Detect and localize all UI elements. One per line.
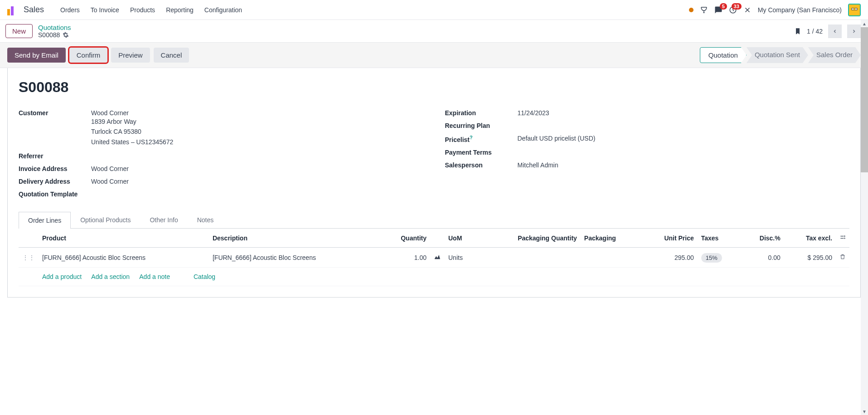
messages-icon[interactable]: 5 <box>714 6 723 14</box>
pager-next-button[interactable] <box>847 24 861 38</box>
vertical-scrollbar[interactable]: ▲ ▼ <box>861 20 868 305</box>
cell-tax-excl: $ 295.00 <box>784 248 836 268</box>
invoice-address-label: Invoice Address <box>19 165 91 172</box>
cell-packaging[interactable] <box>581 248 641 268</box>
record-title: S00088 <box>19 79 849 96</box>
phone-icon[interactable] <box>700 6 708 14</box>
bookmark-icon[interactable] <box>794 27 801 36</box>
status-quotation[interactable]: Quotation <box>700 47 747 63</box>
tab-order-lines[interactable]: Order Lines <box>19 212 71 229</box>
col-product[interactable]: Product <box>39 229 209 248</box>
tab-optional-products[interactable]: Optional Products <box>71 211 140 228</box>
send-by-email-button[interactable]: Send by Email <box>7 48 66 63</box>
app-logo-icon[interactable] <box>7 5 18 15</box>
form-sheet: S00088 Customer Wood Corner 1839 Arbor W… <box>7 68 861 298</box>
activities-icon[interactable]: 33 <box>729 6 737 14</box>
cancel-button[interactable]: Cancel <box>154 48 189 63</box>
app-name[interactable]: Sales <box>24 5 44 15</box>
cell-product[interactable]: [FURN_6666] Acoustic Bloc Screens <box>39 248 209 268</box>
cell-unit-price[interactable]: 295.00 <box>640 248 697 268</box>
add-product-link[interactable]: Add a product <box>42 273 82 280</box>
svg-point-2 <box>852 8 853 10</box>
order-lines-table: Product Description Quantity UoM Packagi… <box>19 229 849 286</box>
nav-reporting[interactable]: Reporting <box>160 3 199 17</box>
company-selector[interactable]: My Company (San Francisco) <box>758 6 842 14</box>
top-nav: Sales Orders To Invoice Products Reporti… <box>0 0 868 20</box>
col-tax-excl[interactable]: Tax excl. <box>784 229 836 248</box>
breadcrumb-current: S00088 <box>38 31 60 39</box>
cell-taxes[interactable]: 15% <box>701 253 722 263</box>
svg-point-3 <box>855 8 857 10</box>
messages-badge: 5 <box>720 3 727 10</box>
referrer-label: Referrer <box>19 152 91 160</box>
salesperson-value[interactable]: Mitchell Admin <box>518 161 850 169</box>
pager-prev-button[interactable] <box>828 24 842 38</box>
pager-count[interactable]: 1 / 42 <box>807 28 823 35</box>
customer-label: Customer <box>19 109 91 117</box>
drag-handle-icon[interactable]: ⋮⋮ <box>22 254 35 261</box>
nav-products[interactable]: Products <box>125 3 160 17</box>
salesperson-label: Salesperson <box>445 161 518 169</box>
status-quotation-sent[interactable]: Quotation Sent <box>747 47 808 63</box>
cell-quantity[interactable]: 1.00 <box>379 248 430 268</box>
customer-value[interactable]: Wood Corner 1839 Arbor Way Turlock CA 95… <box>91 109 423 147</box>
catalog-link[interactable]: Catalog <box>194 273 215 280</box>
expiration-label: Expiration <box>445 109 518 117</box>
nav-orders[interactable]: Orders <box>55 3 85 17</box>
invoice-address-value[interactable]: Wood Corner <box>91 165 423 172</box>
delivery-address-label: Delivery Address <box>19 178 91 185</box>
preview-button[interactable]: Preview <box>111 48 150 63</box>
forecast-icon[interactable] <box>434 253 441 260</box>
recurring-plan-label: Recurring Plan <box>445 122 518 129</box>
delete-row-icon[interactable] <box>839 254 846 261</box>
confirm-button[interactable]: Confirm <box>69 48 108 63</box>
delivery-address-value[interactable]: Wood Corner <box>91 178 423 185</box>
add-section-link[interactable]: Add a section <box>91 273 130 280</box>
status-sales-order[interactable]: Sales Order <box>808 47 861 63</box>
status-bar: Send by Email Confirm Preview Cancel Quo… <box>0 42 868 68</box>
pricelist-value[interactable]: Default USD pricelist (USD) <box>518 135 850 142</box>
tools-icon[interactable] <box>743 6 752 14</box>
help-icon[interactable]: ? <box>470 135 473 140</box>
cell-description[interactable]: [FURN_6666] Acoustic Bloc Screens <box>209 248 379 268</box>
control-panel: New Quotations S00088 1 / 42 <box>0 20 868 42</box>
activities-badge: 33 <box>732 3 742 10</box>
tab-other-info[interactable]: Other Info <box>140 211 187 228</box>
new-button[interactable]: New <box>5 24 33 38</box>
quotation-template-label: Quotation Template <box>19 190 91 198</box>
col-packaging-qty[interactable]: Packaging Quantity <box>478 229 581 248</box>
nav-to-invoice[interactable]: To Invoice <box>85 3 125 17</box>
tab-notes[interactable]: Notes <box>188 211 223 228</box>
cell-uom[interactable]: Units <box>445 248 478 268</box>
adjust-columns-icon[interactable] <box>839 234 846 240</box>
expiration-value[interactable]: 11/24/2023 <box>518 109 850 117</box>
col-unit-price[interactable]: Unit Price <box>640 229 697 248</box>
status-dot-icon[interactable] <box>689 8 693 12</box>
payment-terms-label: Payment Terms <box>445 149 518 156</box>
nav-configuration[interactable]: Configuration <box>199 3 247 17</box>
col-disc[interactable]: Disc.% <box>741 229 784 248</box>
gear-icon[interactable] <box>63 32 69 38</box>
col-taxes[interactable]: Taxes <box>698 229 741 248</box>
table-row[interactable]: ⋮⋮ [FURN_6666] Acoustic Bloc Screens [FU… <box>19 248 849 268</box>
add-note-link[interactable]: Add a note <box>139 273 170 280</box>
col-description[interactable]: Description <box>209 229 379 248</box>
col-uom[interactable]: UoM <box>445 229 478 248</box>
col-quantity[interactable]: Quantity <box>379 229 430 248</box>
breadcrumb-quotations[interactable]: Quotations <box>38 24 71 31</box>
user-avatar[interactable] <box>848 4 861 16</box>
cell-disc[interactable]: 0.00 <box>741 248 784 268</box>
tabs: Order Lines Optional Products Other Info… <box>19 211 849 229</box>
cell-pack-qty[interactable] <box>478 248 581 268</box>
pricelist-label: Pricelist? <box>445 135 518 143</box>
col-packaging[interactable]: Packaging <box>581 229 641 248</box>
